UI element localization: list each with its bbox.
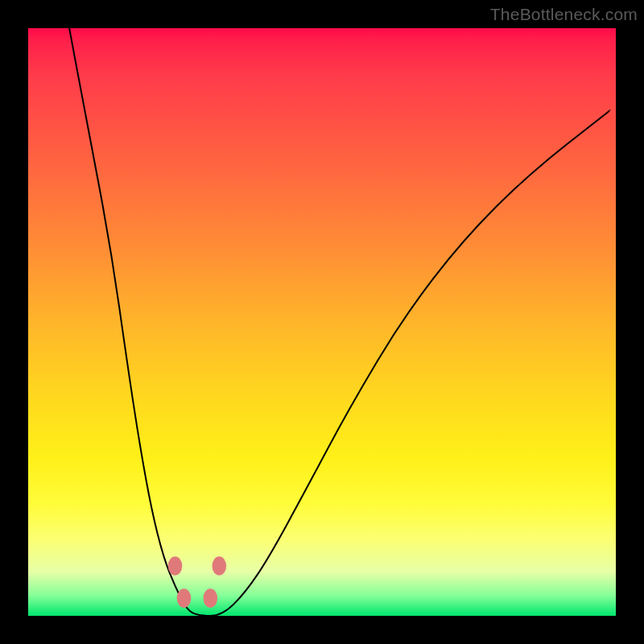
chart-svg (28, 28, 616, 616)
bottleneck-curve (69, 28, 610, 616)
curve-marker-1 (213, 556, 227, 576)
marker-layer (168, 556, 226, 608)
plot-area (28, 28, 616, 616)
brand-watermark: TheBottleneck.com (490, 5, 638, 24)
curve-marker-2 (177, 588, 192, 608)
curve-marker-3 (204, 588, 218, 608)
curve-layer (69, 28, 610, 616)
chart-frame: TheBottleneck.com (0, 0, 644, 644)
curve-marker-0 (168, 556, 183, 576)
